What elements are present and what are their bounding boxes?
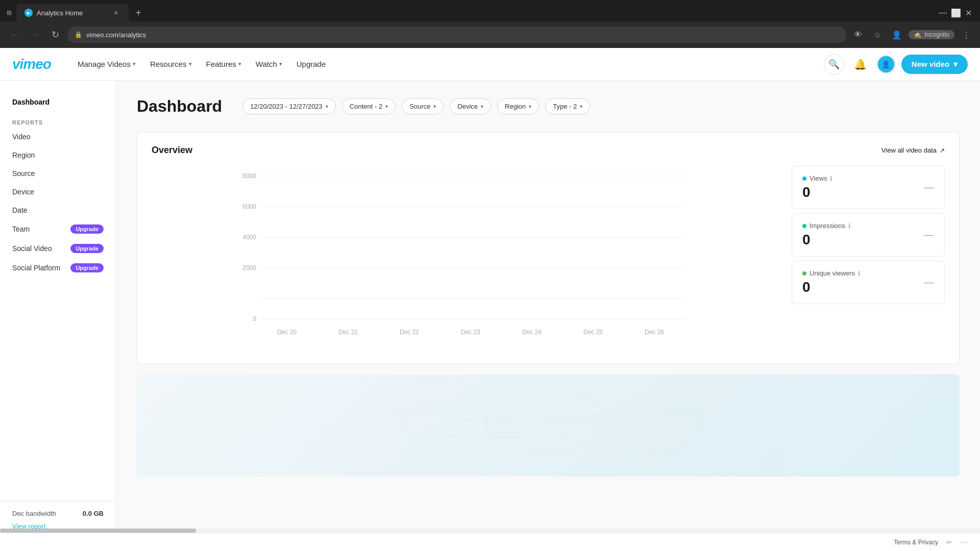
browser-chrome: ⊞ Analytics Home × + — ⬜ ✕ ← → ↻ 🔒 vimeo…	[0, 0, 980, 48]
tab-favicon	[24, 9, 33, 17]
main-layout: Dashboard REPORTS Video Region Source De…	[0, 81, 980, 551]
browser-tab-bar: ⊞ Analytics Home × + — ⬜ ✕	[0, 0, 980, 21]
tab-close-btn[interactable]: ×	[111, 8, 120, 17]
views-info-icon[interactable]: ℹ	[830, 175, 832, 182]
sidebar-item-date[interactable]: Date	[0, 201, 116, 219]
device-filter[interactable]: Device ▾	[450, 98, 491, 114]
scrollbar-thumb[interactable]	[0, 529, 196, 533]
sidebar-item-device[interactable]: Device	[0, 183, 116, 201]
unique-viewers-trend: —	[924, 277, 934, 288]
sidebar-item-region[interactable]: Region	[0, 146, 116, 164]
overview-header: Overview View all video data ↗	[152, 145, 945, 156]
upgrade-badge-social-platform[interactable]: Upgrade	[70, 263, 104, 272]
impressions-trend: —	[924, 229, 934, 241]
content-filter[interactable]: Content - 2 ▾	[342, 98, 396, 114]
svg-point-20	[599, 397, 701, 454]
new-video-button[interactable]: New video ▾	[901, 55, 968, 74]
svg-text:8000: 8000	[242, 172, 256, 180]
sidebar-item-social-video[interactable]: Social Video Upgrade	[0, 239, 116, 258]
metric-impressions: Impressions ℹ 0 —	[792, 213, 945, 257]
unique-viewers-label: Unique viewers	[810, 269, 855, 277]
region-filter[interactable]: Region ▾	[497, 98, 539, 114]
bandwidth-row: Dec bandwidth 0.0 GB	[12, 510, 104, 517]
top-nav-actions: 🔍 🔔 👤 New video ▾	[824, 54, 968, 74]
sidebar-section-reports: REPORTS	[0, 115, 116, 128]
world-map-svg	[137, 374, 960, 477]
date-range-filter[interactable]: 12/20/2023 - 12/27/2023 ▾	[242, 98, 336, 114]
notifications-button[interactable]: 🔔	[850, 54, 871, 74]
browser-tab-active[interactable]: Analytics Home ×	[16, 4, 129, 21]
views-label: Views	[810, 174, 827, 182]
address-bar[interactable]: 🔒 vimeo.com/analytics	[67, 27, 846, 43]
chevron-down-icon: ▾	[133, 61, 136, 67]
user-avatar[interactable]: 👤	[877, 55, 895, 73]
profile-icon[interactable]: 👤	[889, 27, 904, 42]
metric-views: Views ℹ 0 —	[792, 166, 945, 209]
more-options-icon[interactable]: ⋯	[961, 538, 968, 546]
upgrade-badge-social-video[interactable]: Upgrade	[70, 244, 104, 253]
page-title: Dashboard	[137, 97, 222, 116]
svg-text:6000: 6000	[242, 203, 256, 210]
svg-text:Dec 24: Dec 24	[522, 329, 542, 336]
svg-point-18	[405, 400, 487, 451]
chevron-down-icon: ▾	[580, 104, 582, 109]
unique-viewers-info-icon[interactable]: ℹ	[858, 270, 861, 277]
bandwidth-label: Dec bandwidth	[12, 510, 56, 517]
chevron-down-icon: ▾	[481, 104, 483, 109]
new-tab-btn[interactable]: +	[131, 5, 146, 20]
metric-unique-viewers-label-row: Unique viewers ℹ	[802, 269, 861, 277]
refresh-btn[interactable]: ↻	[47, 27, 63, 43]
metric-impressions-label-row: Impressions ℹ	[802, 222, 851, 230]
forward-btn[interactable]: →	[27, 27, 43, 43]
chevron-down-icon: ▾	[433, 104, 436, 109]
chevron-down-icon: ▾	[326, 104, 328, 109]
sidebar-item-source[interactable]: Source	[0, 164, 116, 183]
search-button[interactable]: 🔍	[824, 54, 844, 74]
dashboard-header: Dashboard 12/20/2023 - 12/27/2023 ▾ Cont…	[137, 97, 960, 116]
svg-text:Dec 23: Dec 23	[461, 329, 480, 336]
sidebar-item-social-platform[interactable]: Social Platform Upgrade	[0, 258, 116, 278]
impressions-dot	[802, 224, 806, 228]
eye-off-icon[interactable]: 👁	[850, 27, 866, 42]
svg-point-19	[487, 390, 609, 451]
filter-row: 12/20/2023 - 12/27/2023 ▾ Content - 2 ▾ …	[242, 98, 590, 114]
address-text: vimeo.com/analytics	[86, 31, 839, 39]
impressions-value: 0	[802, 232, 851, 248]
back-btn[interactable]: ←	[6, 27, 22, 43]
edit-icon[interactable]: ✏	[946, 538, 952, 546]
svg-text:2000: 2000	[242, 264, 256, 271]
terms-privacy-link[interactable]: Terms & Privacy	[894, 539, 938, 546]
menu-icon[interactable]: ⋮	[959, 27, 974, 42]
type-filter[interactable]: Type - 2 ▾	[545, 98, 590, 114]
svg-text:Dec 26: Dec 26	[645, 329, 664, 336]
nav-resources[interactable]: Resources ▾	[144, 56, 198, 72]
nav-watch[interactable]: Watch ▾	[250, 56, 288, 72]
svg-text:Dec 22: Dec 22	[400, 329, 419, 336]
chevron-down-icon: ▾	[189, 61, 192, 67]
svg-text:Dec 21: Dec 21	[338, 329, 358, 336]
chevron-down-icon: ▾	[279, 61, 282, 67]
upgrade-badge-team[interactable]: Upgrade	[70, 224, 104, 234]
views-trend: —	[924, 182, 934, 193]
chevron-down-icon: ▾	[529, 104, 531, 109]
horizontal-scrollbar[interactable]	[0, 529, 980, 533]
nav-upgrade[interactable]: Upgrade	[290, 56, 332, 72]
bandwidth-value: 0.0 GB	[83, 510, 104, 517]
view-all-video-data-link[interactable]: View all video data ↗	[881, 146, 945, 154]
unique-viewers-value: 0	[802, 279, 861, 295]
world-map	[137, 374, 960, 477]
sidebar-item-dashboard[interactable]: Dashboard	[0, 93, 116, 111]
impressions-info-icon[interactable]: ℹ	[848, 222, 851, 230]
sidebar-item-team[interactable]: Team Upgrade	[0, 219, 116, 239]
sidebar-item-video[interactable]: Video	[0, 128, 116, 146]
source-filter[interactable]: Source ▾	[402, 98, 444, 114]
lock-icon: 🔒	[75, 31, 82, 38]
overview-card: Overview View all video data ↗	[137, 132, 960, 364]
svg-text:Dec 20: Dec 20	[277, 329, 297, 336]
nav-manage-videos[interactable]: Manage Videos ▾	[71, 56, 142, 72]
impressions-label: Impressions	[810, 222, 845, 230]
nav-features[interactable]: Features ▾	[200, 56, 248, 72]
bookmark-icon[interactable]: ☆	[870, 27, 885, 42]
tab-title: Analytics Home	[37, 9, 107, 17]
main-content: Dashboard 12/20/2023 - 12/27/2023 ▾ Cont…	[116, 81, 980, 551]
